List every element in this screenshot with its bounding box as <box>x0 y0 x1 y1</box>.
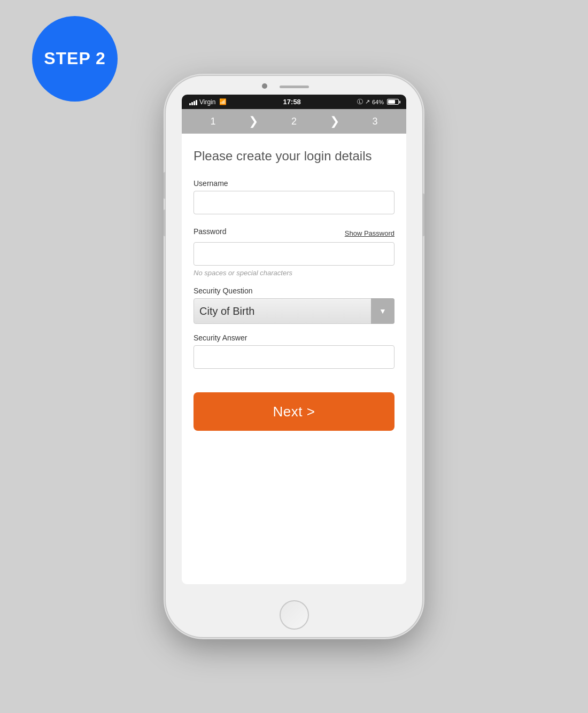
phone-top <box>166 76 422 88</box>
phone-frame: Virgin 📶 17:58 Ⓛ ↗ 64% 1 ❯ 2 ❯ 3 Please … <box>166 76 422 637</box>
power-button <box>422 193 424 236</box>
form-area: Please create your login details Usernam… <box>182 134 406 584</box>
form-title: Please create your login details <box>194 148 394 164</box>
signal-bar-3 <box>194 101 195 105</box>
battery-icon <box>387 99 399 105</box>
password-input[interactable] <box>194 242 394 266</box>
signal-icon <box>189 99 197 105</box>
security-answer-field-group: Security Answer <box>194 334 394 372</box>
security-answer-input[interactable] <box>194 345 394 369</box>
signal-bar-1 <box>189 103 191 105</box>
security-question-select[interactable]: City of Birth Mother's Maiden Name First… <box>194 298 394 324</box>
signal-bar-4 <box>196 100 197 105</box>
step-badge: STEP 2 <box>32 16 118 102</box>
status-left: Virgin 📶 <box>189 98 227 106</box>
steps-progress-bar: 1 ❯ 2 ❯ 3 <box>182 109 406 134</box>
security-question-field-group: Security Question City of Birth Mother's… <box>194 286 394 324</box>
battery-fill <box>388 100 395 104</box>
wifi-icon: 📶 <box>219 98 227 105</box>
show-password-toggle[interactable]: Show Password <box>345 229 394 237</box>
username-label: Username <box>194 179 394 188</box>
next-button[interactable]: Next > <box>194 392 394 431</box>
status-right: Ⓛ ↗ 64% <box>357 98 399 106</box>
location-icon: Ⓛ <box>357 98 363 106</box>
phone-screen: Virgin 📶 17:58 Ⓛ ↗ 64% 1 ❯ 2 ❯ 3 Please … <box>182 95 406 584</box>
home-button[interactable] <box>280 600 309 630</box>
username-input[interactable] <box>194 191 394 214</box>
step-arrow-2: ❯ <box>330 114 339 128</box>
volume-down-button <box>164 210 166 236</box>
navigation-icon: ↗ <box>365 98 370 105</box>
front-camera <box>262 83 267 89</box>
username-field-group: Username <box>194 179 394 218</box>
step-3-number: 3 <box>367 116 383 127</box>
security-question-label: Security Question <box>194 286 394 295</box>
step-badge-text: STEP 2 <box>44 49 106 68</box>
status-bar: Virgin 📶 17:58 Ⓛ ↗ 64% <box>182 95 406 109</box>
password-field-group: Password Show Password No spaces or spec… <box>194 227 394 277</box>
step-2-number: 2 <box>286 116 302 127</box>
password-hint: No spaces or special characters <box>194 269 394 277</box>
carrier-name: Virgin <box>199 98 215 106</box>
volume-up-button <box>164 172 166 199</box>
step-arrow-1: ❯ <box>249 114 258 128</box>
step-1-number: 1 <box>205 116 221 127</box>
password-label-row: Password Show Password <box>194 227 394 239</box>
battery-percent: 64% <box>372 99 384 105</box>
status-time: 17:58 <box>283 98 301 106</box>
password-label: Password <box>194 227 226 236</box>
signal-bar-2 <box>191 102 193 105</box>
earpiece <box>280 86 309 88</box>
security-answer-label: Security Answer <box>194 334 394 342</box>
security-question-select-wrapper: City of Birth Mother's Maiden Name First… <box>194 298 394 324</box>
